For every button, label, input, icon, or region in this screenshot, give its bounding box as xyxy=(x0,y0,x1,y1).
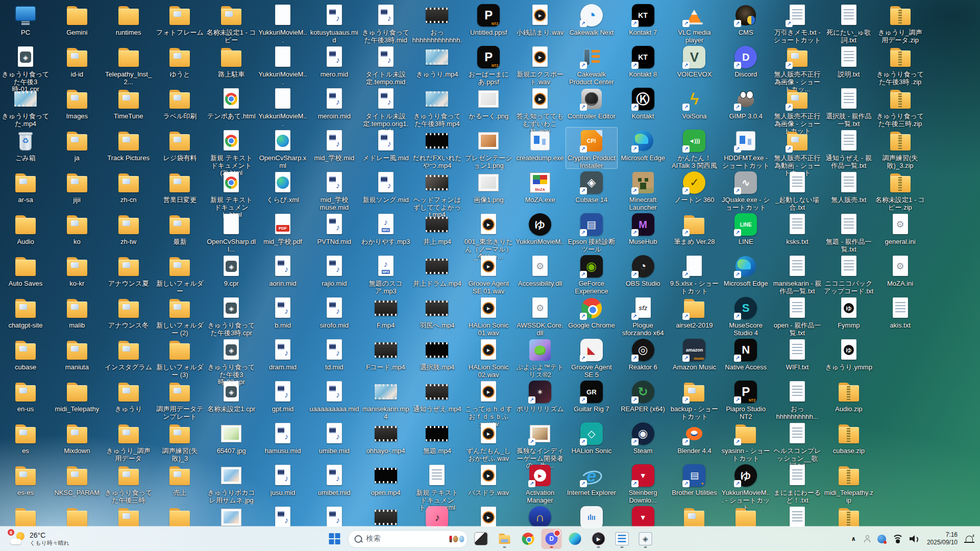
desktop-icon-調声練習(失敗)_3.zip[interactable]: 調声練習(失敗)_3.zip xyxy=(875,128,926,168)
tray-clock[interactable]: 7:16 2025/09/10 xyxy=(927,529,958,549)
desktop-icon-mid_学校.pdf[interactable]: PDFmid_学校.pdf xyxy=(257,211,308,252)
desktop-icon-Guitar Rig 7[interactable]: GR↗Guitar Rig 7 xyxy=(566,379,617,419)
desktop-icon-Epson 接続診断ツール[interactable]: ▤↗Epson 接続診断ツール xyxy=(566,211,617,252)
desktop-icon-こってゅｈｄすおｆｄｓｂふぉ.wav[interactable]: ▶こってゅｈｄすおｆｄｓｂふぉ.wav xyxy=(463,379,514,419)
desktop-icon-きゅうり食ってた午後3時 .zip[interactable]: きゅうり食ってた午後3時 .zip xyxy=(875,44,926,85)
desktop-icon-zh-tw[interactable]: zh-tw xyxy=(103,211,154,252)
desktop-icon-売上[interactable]: 売上 xyxy=(154,462,205,503)
desktop-icon-Track Pictures[interactable]: Track Pictures xyxy=(103,128,154,168)
desktop-icon-死にたい_ゅ歌詞.txt[interactable]: 死にたい_ゅ歌詞.txt xyxy=(823,2,874,43)
desktop-icon-YukkuriMovieM... - ショートカット[interactable]: ゆ↗YukkuriMovieM... - ショートカット xyxy=(720,462,771,503)
desktop-icon-タイトル未設定.tempo.orig1.mid[interactable]: ♪タイトル未設定.tempo.orig1.mid xyxy=(360,86,411,127)
desktop-icon-hamusu.mid[interactable]: ♪hamusu.mid xyxy=(257,420,308,461)
desktop-icon-調声用データテンプレート[interactable]: 調声用データテンプレート xyxy=(154,379,205,419)
desktop-icon-ごみ箱[interactable]: ♻ごみ箱 xyxy=(0,128,51,168)
desktop-icon-Discord[interactable]: D↗Discord xyxy=(720,44,771,85)
desktop-icon-おっhhhhhhhhhhhhh...[interactable]: おっhhhhhhhhhhhhh... xyxy=(411,2,462,43)
desktop-icon-きゅうりボカコレ用サムネ.jpg[interactable]: きゅうりボカコレ用サムネ.jpg xyxy=(206,462,257,503)
desktop-icon-ラベル印刷[interactable]: ラベル印刷 xyxy=(154,86,205,127)
desktop-icon-MoZA.exe[interactable]: MoZAMoZA.exe xyxy=(514,169,566,210)
desktop-icon-createdump.exe[interactable]: createdump.exe xyxy=(514,128,566,168)
desktop-icon-最新[interactable]: 最新 xyxy=(154,211,205,252)
desktop-icon-ko-kr[interactable]: ko-kr xyxy=(52,253,103,294)
desktop-icon-backup - ショートカット[interactable]: ↗backup - ショートカット xyxy=(669,379,720,419)
desktop-icon-かんたん！ AITalk 3 関西風[interactable]: ◄)))↗かんたん！ AITalk 3 関西風 xyxy=(669,128,720,168)
desktop-icon-ノートン 360[interactable]: ✓↗ノートン 360 xyxy=(669,169,720,210)
desktop-icon-Cubase 14[interactable]: ◈↗Cubase 14 xyxy=(566,169,617,210)
desktop-icon-だれだFXいれたやつ.mp4[interactable]: だれだFXいれたやつ.mp4 xyxy=(411,128,462,168)
desktop-icon-おっhhhhhhhhhh...[interactable]: おっhhhhhhhhhh... xyxy=(772,379,823,419)
desktop-icon-きゅうり食ってた午後3時.mid[interactable]: ♪きゅうり食ってた午後3時.mid xyxy=(360,2,411,43)
desktop-icon-ar-sa[interactable]: ar-sa xyxy=(0,169,51,210)
desktop-icon-sirofo.mid[interactable]: ♪sirofo.mid xyxy=(309,295,360,336)
desktop-icon-Groove Agent SE 01.wav[interactable]: ▶Groove Agent SE 01.wav xyxy=(463,253,514,294)
desktop-icon-umibet.mid[interactable]: ♪umibet.mid xyxy=(309,462,360,503)
desktop-icon-ohhayo-.mp4[interactable]: ohhayo-.mp4 xyxy=(360,420,411,461)
desktop-icon-テンポあて.html[interactable]: .テンポあて.html xyxy=(206,86,257,127)
desktop-icon-9.cpr[interactable]: ◈9.cpr xyxy=(206,253,257,294)
desktop-icon-Steam[interactable]: ◉↗Steam xyxy=(618,420,669,461)
desktop-icon-Piapro Studio NT2[interactable]: PNT2↗Piapro Studio NT2 xyxy=(720,379,771,419)
desktop-icon-open.mp4[interactable]: open.mp4 xyxy=(360,462,411,503)
desktop-icon-羽尻へ.mp4[interactable]: 羽尻へ.mp4 xyxy=(411,295,462,336)
desktop-icon-gpt.mid[interactable]: ♪gpt.mid xyxy=(257,379,308,419)
desktop-icon-新規エクスポート.wav[interactable]: ▶新規エクスポート.wav xyxy=(514,44,566,85)
desktop-icon-dram.mid[interactable]: ♪dram.mid xyxy=(257,337,308,378)
desktop-icon-GIMP 3.0.4[interactable]: ↗GIMP 3.0.4 xyxy=(720,86,771,127)
tray-accessibility-icon[interactable] xyxy=(863,529,870,549)
desktop-icon-通知うぜえ - 親作品一覧.txt[interactable]: 通知うぜえ - 親作品一覧.txt xyxy=(823,128,874,168)
desktop-icon-きゅうり食ってた午後3時-02.cpr[interactable]: ◈きゅうり食ってた午後3時-02.cpr xyxy=(206,337,257,378)
desktop-icon-chatgpt-site[interactable]: chatgpt-site xyxy=(0,295,51,336)
desktop-icon-新規 テキスト ドキュメント.html[interactable]: .新規 テキスト ドキュメント.html xyxy=(206,169,257,210)
desktop-icon-新規 テキスト ドキュメント.musicxml[interactable]: 新規 テキスト ドキュメント.musicxml xyxy=(411,462,462,503)
desktop-icon-きゅうり.ymmp[interactable]: ゆきゅうり.ymmp xyxy=(823,337,874,378)
desktop-icon-ずんだもん_しおかぜふ.wav[interactable]: ▶ずんだもん_しおかぜふ.wav xyxy=(463,420,514,461)
desktop-icon-MuseHub[interactable]: M↗MuseHub xyxy=(618,211,669,252)
desktop-icon-きゅうり食ってた午後3時.mp4[interactable]: きゅうり食ってた午後3時.mp4 xyxy=(411,86,462,127)
desktop-icon-井上ドラム.mp4[interactable]: 井上ドラム.mp4 xyxy=(411,253,462,294)
desktop-icon-Microsoft Edge[interactable]: ↗Microsoft Edge xyxy=(720,253,771,294)
desktop-icon-uaaaaaaaaa.mid[interactable]: ♪uaaaaaaaaa.mid xyxy=(309,379,360,419)
desktop-icon-インスタグラム[interactable]: インスタグラム xyxy=(103,337,154,378)
desktop-icon-TimeTune[interactable]: TimeTune xyxy=(103,86,154,127)
desktop-icon-JQuake.exe - ショートカット[interactable]: ∿↗JQuake.exe - ショートカット xyxy=(720,169,771,210)
desktop-icon-umibe.mid[interactable]: ♪umibe.mid xyxy=(309,420,360,461)
desktop-icon-NKSC_PARAM[interactable]: NKSC_PARAM xyxy=(52,462,103,503)
desktop-icon-アナウンス夏[interactable]: アナウンス夏 xyxy=(103,253,154,294)
desktop-icon-新しいフォルダー (2)[interactable]: 新しいフォルダー (2) xyxy=(154,295,205,336)
desktop-icon-es-es[interactable]: es-es xyxy=(0,462,51,503)
desktop-icon-Reaktor 6[interactable]: ◎↗Reaktor 6 xyxy=(618,337,669,378)
desktop-icon-midi_Telepathy[interactable]: midi_Telepathy xyxy=(52,379,103,419)
desktop-icon-営業日変更[interactable]: 営業日変更 xyxy=(154,169,205,210)
desktop-icon-新しいフォルダー (3)[interactable]: 新しいフォルダー (3) xyxy=(154,337,205,378)
desktop-icon-Images[interactable]: Images xyxy=(52,86,103,127)
desktop-icon-Plogue sforzando x64[interactable]: sfz↗Plogue sforzando x64 xyxy=(618,295,669,336)
desktop-icon-タイトル未設定.tempo.mid[interactable]: ♪タイトル未設定.tempo.mid xyxy=(360,44,411,85)
desktop-icon-HDDFMT.exe - ショートカット[interactable]: ↗HDDFMT.exe - ショートカット xyxy=(720,128,771,168)
desktop-icon-きゅうり食ってた午後3時-01.cpr[interactable]: ◈きゅうり食ってた午後3時-01.cpr xyxy=(0,44,51,85)
desktop-icon-Cakewalk Product Center[interactable]: ↗Cakewalk Product Center xyxy=(566,44,617,85)
desktop-icon-PC[interactable]: PC xyxy=(0,2,51,43)
desktop-icon-新規ソング.mid[interactable]: ♪新規ソング.mid xyxy=(360,169,411,210)
desktop-icon-通知うぜえ.mp4[interactable]: 通知うぜえ.mp4 xyxy=(411,379,462,419)
desktop-icon-HALion Sonic[interactable]: ◇↗HALion Sonic xyxy=(566,420,617,461)
desktop-icon-新しいフォルダー[interactable]: 新しいフォルダー xyxy=(154,253,205,294)
desktop-icon-jusu.mid[interactable]: ♪jusu.mid xyxy=(257,462,308,503)
desktop-icon-Kontakt 7[interactable]: KT↗Kontakt 7 xyxy=(618,2,669,43)
desktop-icon-AWSSDK.Core.dll[interactable]: ⚙AWSSDK.Core.dll xyxy=(514,295,566,336)
desktop-icon-ニコニコバックアップコード.txt[interactable]: ニコニコバックアップコード.txt xyxy=(823,253,874,294)
desktop-icon-アナウンス冬[interactable]: アナウンス冬 xyxy=(103,295,154,336)
desktop-icon-きゅうり_調声用データ.zip[interactable]: きゅうり_調声用データ.zip xyxy=(875,2,926,43)
desktop-icon-YukkuriMovieM...[interactable]: ゆYukkuriMovieM... xyxy=(514,211,566,252)
desktop-icon-かるーく.png[interactable]: かるーく.png xyxy=(463,86,514,127)
desktop-icon-LINE[interactable]: LINE↗LINE xyxy=(720,211,771,252)
desktop-icon-Activation Manager[interactable]: ▶↗Activation Manager xyxy=(514,462,566,503)
desktop-icon-まにまにわーるど！.txt[interactable]: まにまにわーるど！.txt xyxy=(772,462,823,503)
desktop-icon-ゆうと[interactable]: ゆうと xyxy=(154,44,205,85)
desktop-icon-Minecraft Launcher[interactable]: ↗Minecraft Launcher xyxy=(618,169,669,210)
desktop-icon-新規 テキスト ドキュメント (2).html[interactable]: .新規 テキスト ドキュメント (2).html xyxy=(206,128,257,168)
desktop-icon-YukkuriMovieM...[interactable]: YukkuriMovieM... xyxy=(257,44,308,85)
desktop-icon-無人販売不正行為画像 - ショートカッ...[interactable]: ↗無人販売不正行為画像 - ショートカッ... xyxy=(772,44,823,85)
desktop-icon-Fymmp[interactable]: ゆFymmp xyxy=(823,295,874,336)
desktop-icon-YukkuriMovieM...[interactable]: YukkuriMovieM... xyxy=(257,2,308,43)
